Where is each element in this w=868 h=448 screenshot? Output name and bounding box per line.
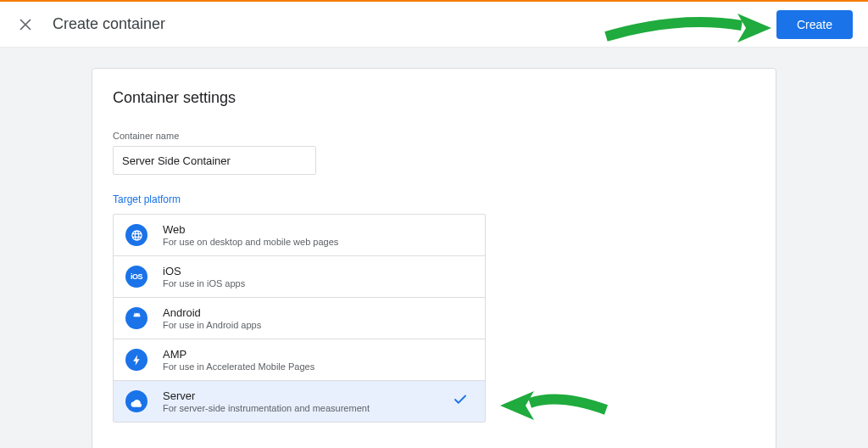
platform-text: Server For server-side instrumentation a… [163, 389, 453, 413]
platform-title: Web [163, 223, 473, 236]
close-button[interactable] [15, 14, 36, 35]
container-name-label: Container name [113, 131, 755, 141]
server-icon [125, 390, 147, 412]
header-bar: Create container Create [0, 2, 868, 48]
card-title: Container settings [113, 89, 755, 107]
platform-desc: For server-side instrumentation and meas… [163, 403, 453, 413]
platform-title: Android [163, 306, 473, 319]
platform-item-server[interactable]: Server For server-side instrumentation a… [114, 381, 485, 422]
platform-item-ios[interactable]: iOS iOS For use in iOS apps [114, 256, 485, 298]
check-icon [453, 392, 468, 412]
platform-desc: For use in Accelerated Mobile Pages [163, 361, 473, 372]
platform-text: AMP For use in Accelerated Mobile Pages [163, 348, 473, 372]
platform-list: Web For use on desktop and mobile web pa… [113, 214, 486, 423]
platform-desc: For use in Android apps [163, 320, 473, 330]
platform-title: AMP [163, 348, 473, 361]
platform-title: iOS [163, 265, 473, 277]
platform-text: iOS For use in iOS apps [163, 265, 473, 288]
globe-icon [125, 224, 147, 246]
close-icon [19, 19, 31, 31]
platform-item-web[interactable]: Web For use on desktop and mobile web pa… [114, 215, 485, 256]
platform-item-android[interactable]: Android For use in Android apps [114, 298, 485, 339]
platform-desc: For use on desktop and mobile web pages [163, 237, 473, 247]
android-icon [125, 307, 147, 329]
content-area: Container settings Container name Target… [0, 48, 868, 448]
platform-item-amp[interactable]: AMP For use in Accelerated Mobile Pages [114, 339, 485, 381]
create-button[interactable]: Create [776, 10, 853, 39]
ios-icon: iOS [125, 266, 147, 288]
header-title: Create container [53, 15, 776, 33]
target-platform-label: Target platform [113, 193, 755, 205]
container-name-input[interactable] [113, 146, 316, 175]
amp-icon [125, 349, 147, 371]
platform-title: Server [163, 389, 453, 402]
platform-text: Web For use on desktop and mobile web pa… [163, 223, 473, 247]
settings-card: Container settings Container name Target… [92, 68, 776, 448]
platform-desc: For use in iOS apps [163, 278, 473, 288]
platform-text: Android For use in Android apps [163, 306, 473, 330]
